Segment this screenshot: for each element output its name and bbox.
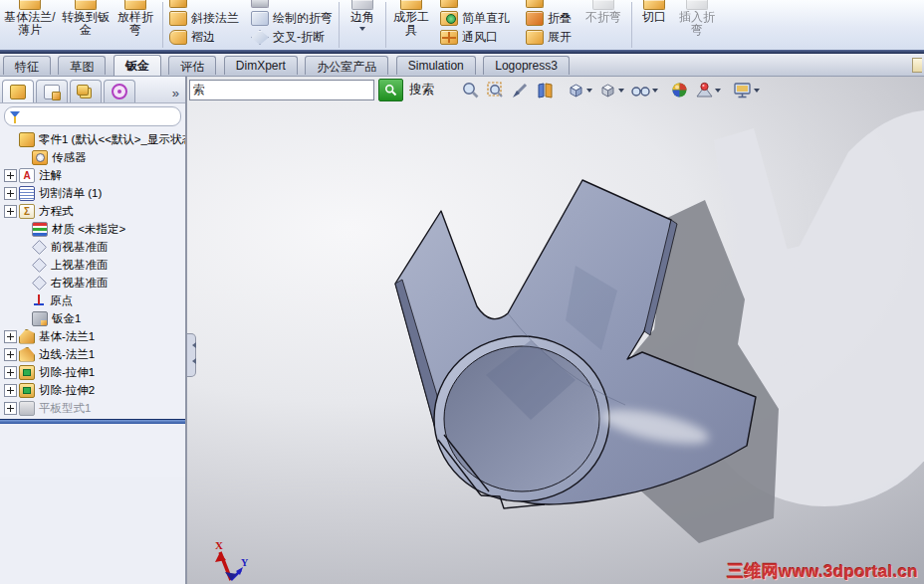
- view-orientation-button[interactable]: [564, 79, 595, 100]
- lofted-bend-button[interactable]: 放样折弯: [112, 0, 159, 38]
- tree-item-flat-pattern[interactable]: 平板型式1: [0, 399, 185, 417]
- annotations-icon: A: [19, 168, 35, 183]
- tree-item-edge-flange[interactable]: 边线-法兰1: [0, 345, 185, 363]
- tab-sheet-metal[interactable]: 钣金: [114, 55, 161, 76]
- cut-off-icon: [251, 0, 269, 8]
- tree-item-top-plane[interactable]: 上视基准面: [0, 256, 185, 274]
- zoom-to-fit-button[interactable]: [458, 79, 483, 100]
- plane-icon: [32, 239, 47, 254]
- tab-propertymanager[interactable]: [36, 80, 68, 102]
- hide-show-items-button[interactable]: [627, 79, 661, 100]
- button-label: 通风口: [462, 29, 498, 46]
- hide-show-items-icon: [630, 81, 651, 99]
- tab-simulation[interactable]: Simulation: [396, 56, 476, 75]
- tree-item-annotations[interactable]: A 注解: [0, 166, 185, 184]
- expander[interactable]: [4, 169, 17, 182]
- expander[interactable]: [4, 366, 17, 379]
- search-input[interactable]: [189, 80, 374, 100]
- ribbon-toolbar: 基体法兰/薄片 转换到钣金 放样折弯 斜接法兰 褶边 绘制: [0, 0, 924, 50]
- tab-office-products[interactable]: 办公室产品: [305, 56, 388, 75]
- display-style-button[interactable]: [595, 79, 627, 100]
- vent-button[interactable]: 通风口: [437, 28, 501, 47]
- dropdown-arrow-icon: [586, 89, 592, 96]
- tab-features[interactable]: 特征: [3, 56, 51, 75]
- panel-collapse-grip[interactable]: [187, 333, 196, 377]
- edit-appearance-icon: [670, 81, 689, 99]
- button-label: 成形工具: [390, 11, 432, 38]
- previous-view-button[interactable]: [508, 79, 533, 100]
- no-bends-button[interactable]: 不折弯: [578, 0, 628, 24]
- cut-extrude-icon: [19, 383, 35, 398]
- rip-icon: [643, 0, 665, 10]
- tree-item-cut-extrude1[interactable]: 切除-拉伸1: [0, 363, 185, 381]
- tree-item-material[interactable]: 材质 <未指定>: [0, 220, 185, 238]
- filter-input[interactable]: [24, 108, 180, 124]
- tab-logopress3[interactable]: Logopress3: [483, 56, 570, 75]
- tree-root[interactable]: 零件1 (默认<<默认>_显示状态: [0, 130, 185, 148]
- expander[interactable]: [4, 330, 17, 343]
- expander[interactable]: [4, 205, 17, 218]
- tab-configurationmanager[interactable]: [70, 80, 102, 102]
- search-scope-label[interactable]: 搜索: [409, 82, 434, 98]
- more-tabs-chevron[interactable]: »: [172, 86, 183, 102]
- search-button[interactable]: [378, 79, 403, 101]
- display-style-icon: [598, 81, 617, 99]
- tree-item-cut-list[interactable]: 切割清单 (1): [0, 184, 185, 202]
- forming-tool-button[interactable]: 成形工具: [389, 0, 433, 38]
- zoom-to-area-button[interactable]: [483, 79, 508, 100]
- convert-to-sheetmetal-button[interactable]: 转换到钣金: [60, 0, 112, 38]
- fold-button[interactable]: 折叠: [523, 9, 575, 28]
- tree-item-right-plane[interactable]: 右视基准面: [0, 274, 185, 292]
- expander[interactable]: [4, 187, 17, 200]
- hem-button[interactable]: 褶边: [166, 28, 218, 47]
- cross-break-button[interactable]: 交叉-折断: [248, 28, 328, 47]
- dropdown-arrow-icon: [359, 27, 365, 34]
- sketched-bend-button[interactable]: 绘制的折弯: [248, 9, 336, 28]
- tab-dimxpert[interactable]: DimXpert: [224, 56, 298, 75]
- view-settings-button[interactable]: [730, 79, 763, 100]
- button-label: 不折弯: [585, 11, 621, 24]
- expander[interactable]: [4, 384, 17, 397]
- expander[interactable]: [4, 402, 17, 415]
- insert-bends-button[interactable]: 插入折弯: [673, 0, 721, 38]
- tree-item-cut-extrude2[interactable]: 切除-拉伸2: [0, 381, 185, 399]
- search-bar: 搜索: [189, 79, 434, 101]
- tree-item-origin[interactable]: 原点: [0, 292, 185, 309]
- tree-item-front-plane[interactable]: 前视基准面: [0, 238, 185, 256]
- button-label: 转换到钣金: [61, 11, 111, 38]
- graphics-area[interactable]: 搜索: [187, 77, 924, 584]
- solidworks-window: 基体法兰/薄片 转换到钣金 放样折弯 斜接法兰 褶边 绘制: [0, 0, 924, 584]
- corner-button[interactable]: 边角: [343, 0, 382, 34]
- apply-scene-button[interactable]: [692, 79, 724, 100]
- tab-sketch[interactable]: 草图: [58, 56, 106, 75]
- cut-off-icon: [526, 0, 544, 8]
- tree-item-sheet-metal[interactable]: 钣金1: [0, 309, 185, 327]
- cut-off-icon: [440, 0, 458, 8]
- base-flange-button[interactable]: 基体法兰/薄片: [0, 0, 60, 38]
- tree-filter-box[interactable]: [4, 106, 181, 126]
- forming-tool-icon: [400, 0, 422, 10]
- tab-featuremanager[interactable]: [2, 80, 34, 102]
- miter-flange-button[interactable]: 斜接法兰: [166, 9, 242, 28]
- 3d-model-canvas[interactable]: [187, 77, 924, 584]
- tree-item-sensors[interactable]: 传感器: [0, 148, 185, 166]
- view-settings-icon: [733, 81, 753, 99]
- propertymanager-icon: [44, 85, 60, 99]
- sketched-bend-icon: [251, 11, 269, 26]
- section-view-button[interactable]: [533, 79, 558, 100]
- rip-button[interactable]: 切口: [635, 0, 673, 24]
- simple-hole-button[interactable]: 简单直孔: [437, 9, 513, 28]
- tree-item-base-flange[interactable]: 基体-法兰1: [0, 327, 185, 345]
- rollback-bar[interactable]: [0, 419, 185, 424]
- expander[interactable]: [4, 348, 17, 361]
- unfold-button[interactable]: 展开: [523, 28, 575, 47]
- cut-off-icon: [169, 0, 187, 8]
- simple-hole-icon: [440, 11, 458, 26]
- tab-dimxpertmanager[interactable]: [104, 80, 135, 102]
- tree-item-equations[interactable]: Σ 方程式: [0, 202, 185, 220]
- dropdown-arrow-icon: [652, 89, 658, 96]
- origin-icon: [32, 294, 46, 307]
- tab-evaluate[interactable]: 评估: [168, 56, 216, 75]
- edit-appearance-button[interactable]: [667, 79, 692, 100]
- no-bends-icon: [592, 0, 614, 10]
